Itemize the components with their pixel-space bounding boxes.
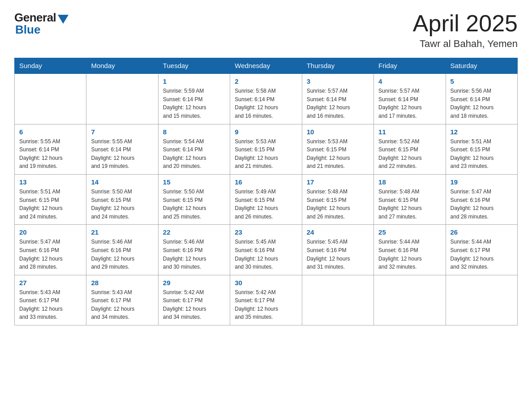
day-info: Sunrise: 5:50 AMSunset: 6:15 PMDaylight:…: [91, 188, 153, 221]
calendar-cell: 3Sunrise: 5:57 AMSunset: 6:14 PMDaylight…: [302, 73, 373, 124]
day-info: Sunrise: 5:54 AMSunset: 6:14 PMDaylight:…: [163, 137, 225, 171]
day-number: 18: [378, 178, 441, 186]
calendar-cell: 25Sunrise: 5:44 AMSunset: 6:16 PMDayligh…: [374, 225, 446, 275]
day-number: 10: [307, 128, 369, 136]
day-number: 23: [235, 228, 297, 236]
calendar-cell: 9Sunrise: 5:53 AMSunset: 6:15 PMDaylight…: [230, 124, 302, 174]
calendar-cell: [302, 275, 373, 325]
day-info: Sunrise: 5:59 AMSunset: 6:14 PMDaylight:…: [163, 87, 225, 120]
main-title: April 2025: [413, 11, 518, 36]
day-number: 5: [450, 77, 513, 85]
day-number: 19: [450, 178, 513, 186]
day-info: Sunrise: 5:48 AMSunset: 6:15 PMDaylight:…: [378, 188, 441, 221]
day-number: 16: [235, 178, 297, 186]
header-cell-tuesday: Tuesday: [158, 58, 230, 74]
day-info: Sunrise: 5:56 AMSunset: 6:14 PMDaylight:…: [450, 87, 513, 120]
day-number: 21: [91, 228, 153, 236]
day-info: Sunrise: 5:44 AMSunset: 6:17 PMDaylight:…: [450, 238, 513, 271]
calendar-header-row: SundayMondayTuesdayWednesdayThursdayFrid…: [15, 58, 518, 74]
day-number: 25: [378, 228, 441, 236]
day-info: Sunrise: 5:53 AMSunset: 6:15 PMDaylight:…: [307, 137, 369, 171]
day-info: Sunrise: 5:44 AMSunset: 6:16 PMDaylight:…: [378, 238, 441, 271]
calendar-cell: 14Sunrise: 5:50 AMSunset: 6:15 PMDayligh…: [86, 174, 158, 224]
header-cell-sunday: Sunday: [15, 58, 86, 74]
day-info: Sunrise: 5:52 AMSunset: 6:15 PMDaylight:…: [378, 137, 441, 171]
calendar-cell: 19Sunrise: 5:47 AMSunset: 6:16 PMDayligh…: [446, 174, 517, 224]
calendar-cell: 24Sunrise: 5:45 AMSunset: 6:16 PMDayligh…: [302, 225, 373, 275]
header-cell-monday: Monday: [86, 58, 158, 74]
calendar-cell: 27Sunrise: 5:43 AMSunset: 6:17 PMDayligh…: [15, 275, 86, 325]
day-info: Sunrise: 5:42 AMSunset: 6:17 PMDaylight:…: [163, 288, 225, 321]
day-number: 6: [19, 128, 82, 136]
page-header: General Blue April 2025 Tawr al Bahah, Y…: [14, 11, 518, 50]
logo-triangle-icon: [58, 15, 69, 24]
day-number: 8: [163, 128, 225, 136]
day-number: 4: [378, 77, 441, 85]
day-info: Sunrise: 5:57 AMSunset: 6:14 PMDaylight:…: [378, 87, 441, 120]
day-info: Sunrise: 5:51 AMSunset: 6:15 PMDaylight:…: [19, 188, 82, 221]
calendar-cell: 6Sunrise: 5:55 AMSunset: 6:14 PMDaylight…: [15, 124, 86, 174]
day-number: 29: [163, 279, 225, 287]
header-cell-thursday: Thursday: [302, 58, 373, 74]
day-number: 1: [163, 77, 225, 85]
day-info: Sunrise: 5:45 AMSunset: 6:16 PMDaylight:…: [307, 238, 369, 271]
day-number: 7: [91, 128, 153, 136]
day-info: Sunrise: 5:46 AMSunset: 6:16 PMDaylight:…: [91, 238, 153, 271]
calendar-cell: 28Sunrise: 5:43 AMSunset: 6:17 PMDayligh…: [86, 275, 158, 325]
calendar-cell: 2Sunrise: 5:58 AMSunset: 6:14 PMDaylight…: [230, 73, 302, 124]
day-number: 22: [163, 228, 225, 236]
calendar-cell: 15Sunrise: 5:50 AMSunset: 6:15 PMDayligh…: [158, 174, 230, 224]
day-number: 2: [235, 77, 297, 85]
title-block: April 2025 Tawr al Bahah, Yemen: [413, 11, 518, 50]
day-info: Sunrise: 5:55 AMSunset: 6:14 PMDaylight:…: [19, 137, 82, 171]
day-number: 3: [307, 77, 369, 85]
calendar-week-row: 13Sunrise: 5:51 AMSunset: 6:15 PMDayligh…: [15, 174, 518, 224]
header-cell-wednesday: Wednesday: [230, 58, 302, 74]
day-number: 24: [307, 228, 369, 236]
day-info: Sunrise: 5:50 AMSunset: 6:15 PMDaylight:…: [163, 188, 225, 221]
calendar-cell: 21Sunrise: 5:46 AMSunset: 6:16 PMDayligh…: [86, 225, 158, 275]
calendar-table: SundayMondayTuesdayWednesdayThursdayFrid…: [14, 58, 518, 325]
calendar-cell: [86, 73, 158, 124]
day-number: 11: [378, 128, 441, 136]
calendar-cell: 11Sunrise: 5:52 AMSunset: 6:15 PMDayligh…: [374, 124, 446, 174]
calendar-week-row: 1Sunrise: 5:59 AMSunset: 6:14 PMDaylight…: [15, 73, 518, 124]
day-info: Sunrise: 5:58 AMSunset: 6:14 PMDaylight:…: [235, 87, 297, 120]
header-cell-friday: Friday: [374, 58, 446, 74]
day-info: Sunrise: 5:57 AMSunset: 6:14 PMDaylight:…: [307, 87, 369, 120]
day-number: 12: [450, 128, 513, 136]
calendar-cell: 22Sunrise: 5:46 AMSunset: 6:16 PMDayligh…: [158, 225, 230, 275]
calendar-cell: [446, 275, 517, 325]
logo-blue-text: Blue: [14, 23, 40, 37]
calendar-cell: 10Sunrise: 5:53 AMSunset: 6:15 PMDayligh…: [302, 124, 373, 174]
day-info: Sunrise: 5:51 AMSunset: 6:15 PMDaylight:…: [450, 137, 513, 171]
calendar-week-row: 27Sunrise: 5:43 AMSunset: 6:17 PMDayligh…: [15, 275, 518, 325]
calendar-cell: 8Sunrise: 5:54 AMSunset: 6:14 PMDaylight…: [158, 124, 230, 174]
calendar-cell: [15, 73, 86, 124]
calendar-body: 1Sunrise: 5:59 AMSunset: 6:14 PMDaylight…: [15, 73, 518, 325]
calendar-cell: 23Sunrise: 5:45 AMSunset: 6:16 PMDayligh…: [230, 225, 302, 275]
day-number: 17: [307, 178, 369, 186]
calendar-cell: 26Sunrise: 5:44 AMSunset: 6:17 PMDayligh…: [446, 225, 517, 275]
calendar-week-row: 6Sunrise: 5:55 AMSunset: 6:14 PMDaylight…: [15, 124, 518, 174]
day-number: 13: [19, 178, 82, 186]
calendar-cell: 29Sunrise: 5:42 AMSunset: 6:17 PMDayligh…: [158, 275, 230, 325]
header-cell-saturday: Saturday: [446, 58, 517, 74]
day-number: 14: [91, 178, 153, 186]
day-info: Sunrise: 5:55 AMSunset: 6:14 PMDaylight:…: [91, 137, 153, 171]
day-info: Sunrise: 5:43 AMSunset: 6:17 PMDaylight:…: [91, 288, 153, 321]
day-info: Sunrise: 5:47 AMSunset: 6:16 PMDaylight:…: [450, 188, 513, 221]
logo: General Blue: [14, 11, 69, 37]
calendar-cell: 12Sunrise: 5:51 AMSunset: 6:15 PMDayligh…: [446, 124, 517, 174]
calendar-cell: 20Sunrise: 5:47 AMSunset: 6:16 PMDayligh…: [15, 225, 86, 275]
day-info: Sunrise: 5:48 AMSunset: 6:15 PMDaylight:…: [307, 188, 369, 221]
calendar-cell: [374, 275, 446, 325]
day-info: Sunrise: 5:47 AMSunset: 6:16 PMDaylight:…: [19, 238, 82, 271]
calendar-cell: 1Sunrise: 5:59 AMSunset: 6:14 PMDaylight…: [158, 73, 230, 124]
day-info: Sunrise: 5:43 AMSunset: 6:17 PMDaylight:…: [19, 288, 82, 321]
day-info: Sunrise: 5:53 AMSunset: 6:15 PMDaylight:…: [235, 137, 297, 171]
day-number: 20: [19, 228, 82, 236]
day-info: Sunrise: 5:46 AMSunset: 6:16 PMDaylight:…: [163, 238, 225, 271]
calendar-cell: 4Sunrise: 5:57 AMSunset: 6:14 PMDaylight…: [374, 73, 446, 124]
calendar-cell: 17Sunrise: 5:48 AMSunset: 6:15 PMDayligh…: [302, 174, 373, 224]
